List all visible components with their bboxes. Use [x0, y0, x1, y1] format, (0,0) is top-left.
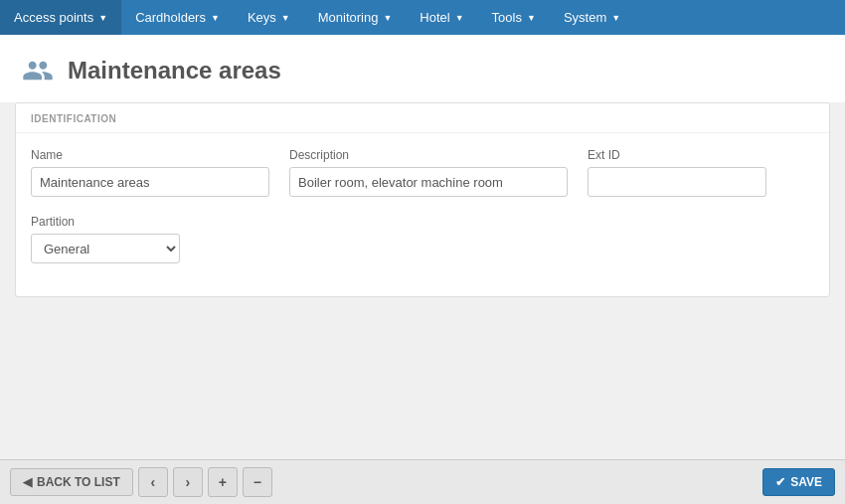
nav-chevron-monitoring: ▼: [383, 13, 392, 23]
maintenance-areas-icon: [20, 53, 56, 88]
nav-item-access-points[interactable]: Access points▼: [0, 0, 121, 35]
nav-item-monitoring[interactable]: Monitoring▼: [304, 0, 407, 35]
nav-item-hotel[interactable]: Hotel▼: [406, 0, 477, 35]
nav-label-tools: Tools: [492, 10, 522, 25]
back-arrow-icon: ◀: [23, 475, 32, 489]
nav-chevron-keys: ▼: [281, 13, 290, 23]
description-input[interactable]: [289, 167, 568, 197]
back-to-list-button[interactable]: ◀ BACK TO LIST: [10, 468, 133, 496]
form-row-1: Name Description Ext ID: [31, 148, 814, 197]
form-group-name: Name: [31, 148, 269, 197]
remove-button[interactable]: −: [243, 467, 272, 497]
nav-label-system: System: [564, 10, 606, 25]
name-label: Name: [31, 148, 269, 162]
prev-button[interactable]: ‹: [138, 467, 168, 497]
extid-input[interactable]: [588, 167, 766, 197]
footer-left: ◀ BACK TO LIST ‹ › + −: [10, 467, 272, 497]
nav-chevron-hotel: ▼: [455, 13, 464, 23]
nav-label-keys: Keys: [248, 10, 276, 25]
save-label: SAVE: [790, 475, 822, 489]
nav-item-system[interactable]: System▼: [550, 0, 634, 35]
nav-chevron-access-points: ▼: [98, 13, 107, 23]
page-title: Maintenance areas: [68, 57, 281, 84]
nav-chevron-cardholders: ▼: [211, 13, 220, 23]
nav-label-cardholders: Cardholders: [135, 10, 206, 25]
form-group-partition: Partition General: [31, 215, 180, 263]
nav-label-hotel: Hotel: [420, 10, 449, 25]
form-group-description: Description: [289, 148, 568, 197]
nav-item-tools[interactable]: Tools▼: [478, 0, 550, 35]
partition-label: Partition: [31, 215, 180, 229]
section-title: IDENTIFICATION: [16, 103, 829, 133]
save-button[interactable]: ✔ SAVE: [762, 468, 835, 496]
nav-chevron-tools: ▼: [527, 13, 536, 23]
add-button[interactable]: +: [208, 467, 238, 497]
identification-card: IDENTIFICATION Name Description Ext ID: [15, 102, 830, 297]
main-content: Maintenance areas IDENTIFICATION Name De…: [0, 35, 845, 459]
form-row-2: Partition General: [31, 215, 814, 263]
form-group-extid: Ext ID: [588, 148, 766, 197]
footer: ◀ BACK TO LIST ‹ › + − ✔ SAVE: [0, 459, 845, 504]
nav-item-keys[interactable]: Keys▼: [234, 0, 304, 35]
navigation: Access points▼Cardholders▼Keys▼Monitorin…: [0, 0, 845, 35]
name-input[interactable]: [31, 167, 269, 197]
next-button[interactable]: ›: [173, 467, 203, 497]
nav-chevron-system: ▼: [611, 13, 620, 23]
nav-item-cardholders[interactable]: Cardholders▼: [121, 0, 234, 35]
card-body: Name Description Ext ID Partition Genera…: [16, 133, 829, 296]
page-header: Maintenance areas: [0, 35, 845, 102]
back-to-list-label: BACK TO LIST: [37, 475, 120, 489]
description-label: Description: [289, 148, 568, 162]
nav-label-access-points: Access points: [14, 10, 93, 25]
partition-select[interactable]: General: [31, 234, 180, 263]
extid-label: Ext ID: [588, 148, 766, 162]
save-check-icon: ✔: [775, 475, 785, 489]
nav-label-monitoring: Monitoring: [318, 10, 379, 25]
